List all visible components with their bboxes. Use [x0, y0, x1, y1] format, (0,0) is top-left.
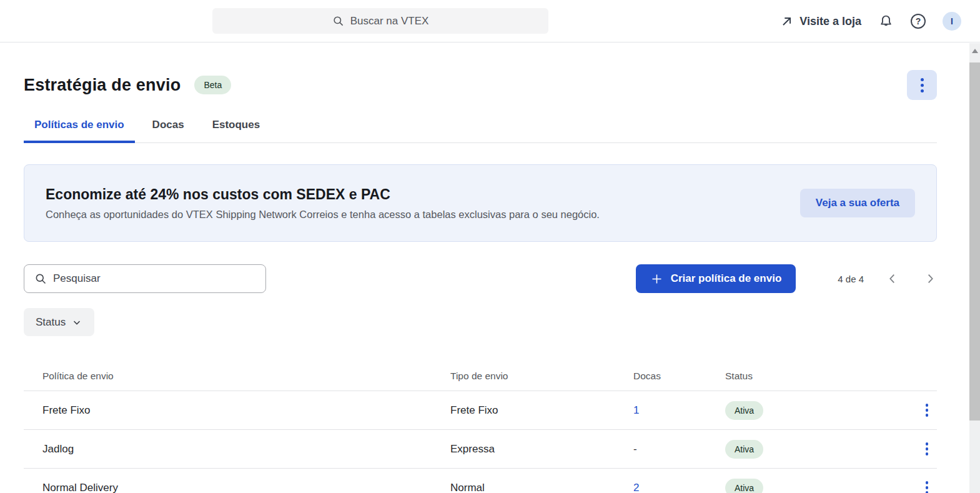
status-badge: Ativa [725, 401, 763, 420]
chevron-down-icon [71, 317, 82, 328]
topbar-actions: Visite a loja ? I [781, 0, 961, 42]
avatar-initial: I [951, 16, 953, 26]
tab-docas[interactable]: Docas [142, 119, 195, 143]
docks-count-empty: - [633, 443, 637, 455]
vertical-scrollbar[interactable] [969, 43, 980, 493]
visit-store-label: Visite a loja [799, 15, 861, 28]
column-header-status: Status [725, 371, 904, 382]
kebab-icon [926, 404, 929, 407]
page-kebab-menu-button[interactable] [907, 70, 937, 100]
pagination-prev-button[interactable] [886, 272, 899, 286]
cell-policy: Frete Fixo [42, 404, 450, 417]
row-kebab-menu-button[interactable] [922, 400, 933, 421]
promo-banner-text: Economize até 24% nos custos com SEDEX e… [46, 186, 600, 221]
kebab-icon [921, 78, 924, 81]
column-header-shipping-type: Tipo de envio [450, 371, 633, 382]
kebab-icon [926, 442, 929, 446]
promo-banner-title: Economize até 24% nos custos com SEDEX e… [46, 186, 600, 203]
global-search-placeholder: Buscar na VTEX [350, 15, 429, 27]
docks-count-link[interactable]: 2 [633, 482, 639, 493]
page-header: Estratégia de envio Beta [24, 42, 937, 100]
kebab-icon [926, 481, 929, 484]
plus-icon [650, 272, 663, 286]
tab-bar: Políticas de envio Docas Estoques [24, 119, 937, 143]
scrollbar-thumb[interactable] [969, 62, 980, 421]
visit-store-link[interactable]: Visite a loja [781, 15, 861, 28]
notifications-button[interactable] [878, 14, 894, 29]
create-shipping-policy-button[interactable]: Criar política de envio [636, 264, 796, 293]
create-button-label: Criar política de envio [671, 272, 782, 285]
docks-count-link[interactable]: 1 [633, 404, 639, 416]
search-input[interactable] [24, 264, 266, 293]
table-header-row: Política de envio Tipo de envio Docas St… [24, 361, 937, 391]
table-row[interactable]: Normal Delivery Normal 2 Ativa [24, 469, 937, 493]
beta-badge: Beta [194, 76, 231, 94]
topbar: Buscar na VTEX Visite a loja ? I [0, 0, 980, 42]
arrow-up-right-icon [781, 16, 793, 27]
status-badge: Ativa [725, 479, 763, 493]
row-kebab-menu-button[interactable] [922, 439, 933, 459]
see-offer-button[interactable]: Veja a sua oferta [800, 189, 915, 217]
scroll-up-arrow-icon[interactable] [972, 49, 978, 53]
avatar[interactable]: I [943, 12, 961, 31]
column-header-docks: Docas [633, 371, 725, 382]
status-filter-label: Status [36, 316, 66, 329]
search-icon [332, 15, 344, 27]
table-row[interactable]: Frete Fixo Frete Fixo 1 Ativa [24, 391, 937, 430]
tab-politicas-de-envio[interactable]: Políticas de envio [24, 119, 135, 143]
search-icon [34, 272, 47, 285]
help-button[interactable]: ? [911, 14, 926, 29]
search-field-wrap [24, 264, 266, 293]
page-title: Estratégia de envio [24, 76, 181, 95]
promo-banner-description: Conheça as oportunidades do VTEX Shippin… [46, 209, 600, 221]
cell-shipping-type: Expressa [450, 443, 633, 456]
row-kebab-menu-button[interactable] [922, 477, 933, 493]
status-badge: Ativa [725, 440, 763, 459]
title-group: Estratégia de envio Beta [24, 76, 231, 95]
bell-icon [878, 14, 894, 29]
cell-shipping-type: Frete Fixo [450, 404, 633, 417]
promo-banner: Economize até 24% nos custos com SEDEX e… [24, 164, 937, 242]
toolbar-right: Criar política de envio 4 de 4 [636, 264, 937, 293]
column-header-policy: Política de envio [42, 371, 450, 382]
cell-policy: Normal Delivery [42, 482, 450, 493]
shipping-policies-table: Política de envio Tipo de envio Docas St… [24, 361, 937, 493]
table-row[interactable]: Jadlog Expressa - Ativa [24, 430, 937, 469]
global-search-input[interactable]: Buscar na VTEX [212, 8, 548, 34]
list-toolbar: Criar política de envio 4 de 4 [24, 264, 937, 293]
chevron-right-icon [923, 272, 937, 286]
cell-shipping-type: Normal [450, 482, 633, 493]
pagination-next-button[interactable] [923, 272, 937, 286]
status-filter-dropdown[interactable]: Status [24, 308, 94, 336]
pagination-count: 4 de 4 [838, 274, 864, 284]
chevron-left-icon [886, 272, 899, 286]
tab-estoques[interactable]: Estoques [202, 119, 271, 143]
cell-policy: Jadlog [42, 443, 450, 456]
question-icon: ? [911, 14, 926, 29]
main-content: Estratégia de envio Beta Políticas de en… [24, 42, 937, 493]
